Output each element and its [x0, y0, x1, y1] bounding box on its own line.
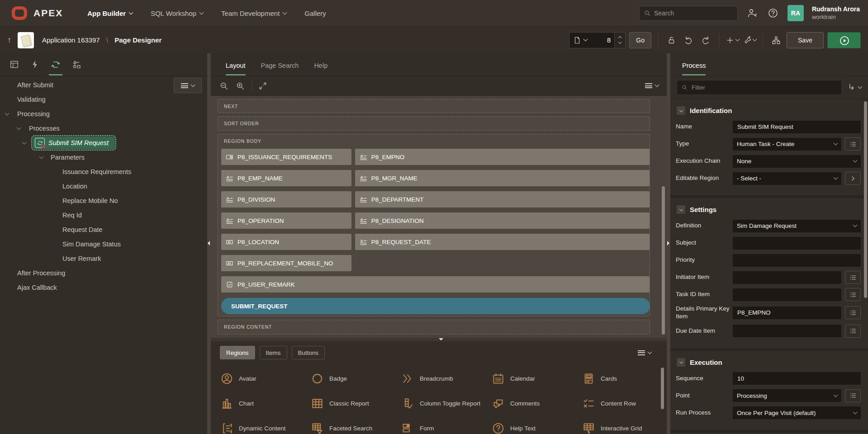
nav-sql-workshop[interactable]: SQL Workshop	[151, 9, 203, 17]
layout-menu-button[interactable]	[645, 83, 659, 88]
gallery-item-dynamic-content[interactable]: Dynamic Content	[221, 416, 311, 434]
gallery-item-column-toggle-report[interactable]: Column Toggle Report	[402, 391, 492, 416]
expand-icon[interactable]	[258, 81, 267, 90]
initiator-item-input[interactable]	[733, 271, 841, 284]
item-p8-operation[interactable]: P8_OPERATION	[221, 212, 351, 229]
shared-components-button[interactable]	[769, 33, 783, 47]
tab-page-search[interactable]: Page Search	[261, 62, 299, 75]
global-search[interactable]	[639, 6, 738, 21]
help-icon[interactable]	[767, 7, 779, 19]
tab-page-shared-components[interactable]	[70, 53, 83, 75]
gallery-item-interactive-grid[interactable]: Interactive Grid	[583, 416, 667, 434]
item-p8-request-date[interactable]: P8_REQUEST_DATE	[355, 234, 650, 250]
run-process-select[interactable]: Once Per Page Visit (default)	[733, 406, 861, 419]
gallery-splitter[interactable]	[211, 338, 667, 341]
oracle-logo[interactable]	[12, 6, 27, 20]
tab-rendering[interactable]	[7, 53, 21, 75]
tree-expand-icon[interactable]	[5, 111, 9, 116]
position-sort-order[interactable]: SORT ORDER	[218, 116, 650, 131]
utilities-menu-button[interactable]	[743, 33, 756, 47]
gallery-tab-items[interactable]: Items	[260, 346, 287, 359]
props-filter[interactable]	[677, 80, 842, 95]
nav-team-development[interactable]: Team Development	[221, 9, 286, 17]
tab-process[interactable]: Process	[682, 62, 706, 75]
tree-item-user-remark[interactable]: User Remark	[0, 251, 207, 266]
tree-item-processing[interactable]: Processing	[0, 107, 207, 121]
tree-item-processes[interactable]: Processes	[0, 121, 207, 136]
button-submit-request[interactable]: SUBMIT_REQUEST	[221, 298, 650, 314]
go-button[interactable]: Go	[629, 32, 651, 48]
priority-input[interactable]	[733, 254, 861, 267]
tree-item-request-date[interactable]: Request Date	[0, 222, 207, 237]
tree-item-after-processing[interactable]: After Processing	[0, 266, 207, 280]
details-pk-item-input[interactable]	[733, 307, 841, 319]
details-pk-item-pick-button[interactable]	[845, 306, 861, 319]
zoom-in-icon[interactable]	[235, 81, 245, 91]
type-select[interactable]: Human Task - Create	[733, 138, 841, 151]
tab-help[interactable]: Help	[314, 62, 327, 75]
item-p8-emp-name[interactable]: P8_EMP_NAME	[221, 170, 351, 186]
run-page-button[interactable]	[827, 32, 861, 48]
layout-canvas[interactable]: NEXT SORT ORDER REGION BODY P8_ISSUANCE_…	[211, 96, 667, 338]
item-p8-designation[interactable]: P8_DESIGNATION	[355, 212, 650, 229]
props-scrollbar[interactable]	[864, 101, 867, 298]
item-p8-issuance-requirements[interactable]: P8_ISSUANCE_REQUIREMENTS	[221, 149, 351, 165]
initiator-item-pick-button[interactable]	[845, 271, 861, 284]
search-input[interactable]	[654, 9, 726, 17]
nav-gallery[interactable]: Gallery	[304, 9, 326, 17]
tree-expand-icon[interactable]	[22, 140, 27, 145]
breadcrumb-application[interactable]: Application 163397	[42, 36, 100, 44]
gallery-item-content-row[interactable]: Content Row	[583, 391, 667, 416]
filter-input[interactable]	[692, 84, 837, 91]
undo-icon[interactable]	[682, 33, 695, 47]
tree-item-replace-mobile-no[interactable]: Replace Mobile No	[0, 193, 207, 208]
gallery-item-cards[interactable]: Cards	[583, 366, 667, 391]
gallery-item-chart[interactable]: Chart	[221, 391, 311, 416]
tree-item-validating[interactable]: Validating	[0, 92, 207, 107]
tab-dynamic-actions[interactable]	[28, 53, 42, 75]
tree-item-issuance-requirements[interactable]: Issuance Requirements	[0, 165, 207, 179]
type-quick-pick-button[interactable]	[845, 137, 861, 151]
item-p8-location[interactable]: P8_LOCATION	[221, 234, 351, 250]
item-p8-replacement-mobile-no[interactable]: P8_REPLACEMENT_MOBILE_NO	[221, 255, 351, 271]
collapse-section-button[interactable]	[677, 358, 685, 367]
gallery-item-help-text[interactable]: Help Text	[492, 416, 583, 434]
sequence-input[interactable]	[733, 372, 861, 385]
page-lock-icon[interactable]	[664, 33, 678, 47]
selected-node-pill[interactable]: Submit SIM Request	[33, 137, 115, 149]
step-down-icon[interactable]	[618, 40, 622, 44]
gallery-item-avatar[interactable]: Avatar	[221, 366, 311, 391]
canvas-scrollbar[interactable]	[662, 186, 665, 335]
item-p8-user-remark[interactable]: P8_USER_REMARK	[221, 276, 650, 292]
editable-region-select[interactable]: - Select -	[733, 172, 841, 185]
collapse-section-button[interactable]	[677, 106, 685, 115]
position-next[interactable]: NEXT	[218, 99, 650, 113]
subject-input[interactable]	[733, 237, 861, 250]
application-icon[interactable]	[18, 32, 34, 48]
gallery-scrollbar[interactable]	[661, 368, 664, 409]
nav-app-builder[interactable]: App Builder	[87, 9, 133, 17]
execution-chain-select[interactable]: None	[733, 155, 861, 168]
task-id-item-input[interactable]	[733, 288, 841, 301]
page-selector[interactable]	[569, 32, 615, 48]
position-region-body[interactable]: REGION BODY P8_ISSUANCE_REQUIREMENTS P8_…	[218, 134, 650, 316]
gallery-item-calendar[interactable]: Calendar	[492, 366, 583, 391]
gallery-tab-regions[interactable]: Regions	[220, 346, 255, 359]
item-p8-mgr-name[interactable]: P8_MGR_NAME	[355, 170, 650, 186]
point-pick-button[interactable]	[845, 389, 861, 402]
step-up-icon[interactable]	[618, 36, 622, 40]
tree-item-ajax-callback[interactable]: Ajax Callback	[0, 280, 207, 295]
tree-item-parameters[interactable]: Parameters	[0, 150, 207, 165]
item-p8-department[interactable]: P8_DEPARTMENT	[355, 191, 650, 208]
name-input[interactable]	[733, 121, 861, 133]
user-avatar[interactable]: RA	[787, 5, 804, 21]
create-menu-button[interactable]	[726, 33, 739, 47]
page-number-stepper[interactable]	[615, 32, 626, 48]
task-id-item-pick-button[interactable]	[845, 288, 861, 301]
tree-item-location[interactable]: Location	[0, 179, 207, 193]
due-date-item-input[interactable]	[733, 325, 841, 337]
gallery-item-faceted-search[interactable]: Faceted Search	[311, 416, 402, 434]
up-to-app-icon[interactable]: ↑	[7, 35, 11, 45]
tree-item-sim-damage-status[interactable]: Sim Damage Status	[0, 237, 207, 251]
redo-icon[interactable]	[699, 33, 712, 47]
